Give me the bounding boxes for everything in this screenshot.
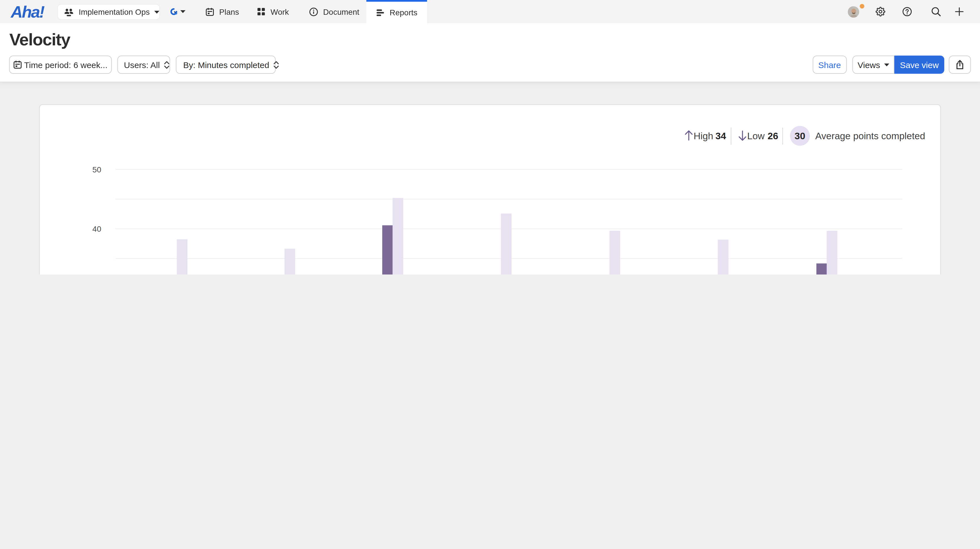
svg-text:30: 30 xyxy=(794,130,805,141)
svg-text:26: 26 xyxy=(767,131,778,141)
svg-text:High: High xyxy=(693,131,713,141)
svg-text:Average points completed: Average points completed xyxy=(815,131,925,141)
svg-text:40: 40 xyxy=(92,224,101,233)
svg-text:Low: Low xyxy=(747,131,765,141)
svg-text:34: 34 xyxy=(715,131,726,141)
svg-text:50: 50 xyxy=(92,165,101,174)
